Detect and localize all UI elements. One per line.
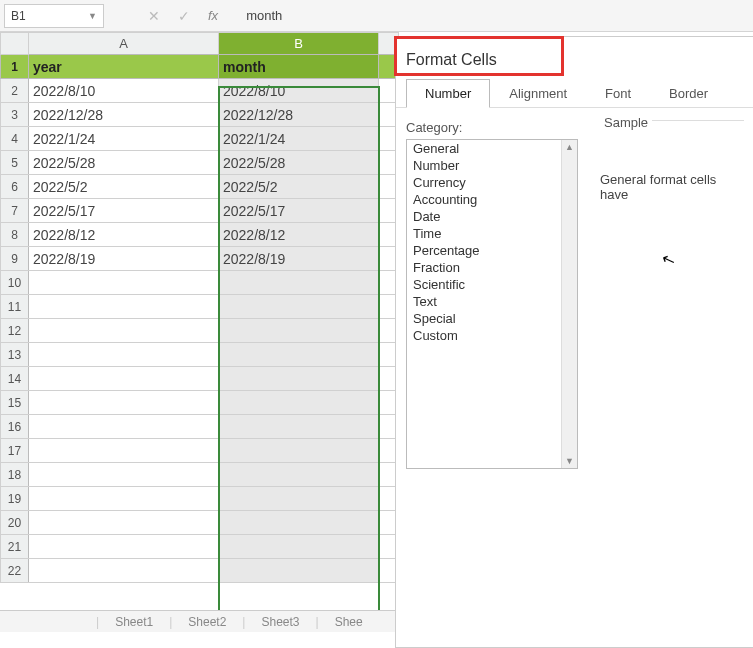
select-all-corner[interactable]: [1, 33, 29, 55]
category-item-special[interactable]: Special: [407, 310, 577, 327]
spreadsheet-grid[interactable]: A B 1yearmonth22022/8/102022/8/1032022/1…: [0, 32, 399, 583]
cell[interactable]: year: [29, 55, 219, 79]
cell[interactable]: [29, 559, 219, 583]
confirm-icon[interactable]: ✓: [178, 8, 190, 24]
cell[interactable]: [29, 535, 219, 559]
cell[interactable]: 2022/5/28: [29, 151, 219, 175]
cell[interactable]: [29, 343, 219, 367]
cell[interactable]: [219, 391, 379, 415]
cell[interactable]: [29, 463, 219, 487]
cell[interactable]: [29, 415, 219, 439]
cell[interactable]: [29, 487, 219, 511]
category-item-fraction[interactable]: Fraction: [407, 259, 577, 276]
row-header[interactable]: 13: [1, 343, 29, 367]
category-item-scientific[interactable]: Scientific: [407, 276, 577, 293]
sheet-tab[interactable]: Sheet2: [182, 613, 232, 631]
row-header[interactable]: 1: [1, 55, 29, 79]
category-item-percentage[interactable]: Percentage: [407, 242, 577, 259]
row-header[interactable]: 7: [1, 199, 29, 223]
fx-icon[interactable]: fx: [208, 8, 218, 23]
row-header[interactable]: 15: [1, 391, 29, 415]
cell[interactable]: 2022/5/17: [219, 199, 379, 223]
cell[interactable]: 2022/5/28: [219, 151, 379, 175]
formula-bar-input[interactable]: month: [246, 8, 282, 23]
cell[interactable]: 2022/1/24: [29, 127, 219, 151]
row-header[interactable]: 16: [1, 415, 29, 439]
row-header[interactable]: 18: [1, 463, 29, 487]
row-header[interactable]: 5: [1, 151, 29, 175]
cell[interactable]: [219, 415, 379, 439]
cell[interactable]: [219, 487, 379, 511]
row-header[interactable]: 4: [1, 127, 29, 151]
row-header[interactable]: 14: [1, 367, 29, 391]
cell[interactable]: 2022/8/10: [29, 79, 219, 103]
row-header[interactable]: 8: [1, 223, 29, 247]
cell[interactable]: 2022/8/19: [219, 247, 379, 271]
row-header[interactable]: 17: [1, 439, 29, 463]
col-header-b[interactable]: B: [219, 33, 379, 55]
row-header[interactable]: 19: [1, 487, 29, 511]
cell[interactable]: 2022/8/12: [219, 223, 379, 247]
category-item-custom[interactable]: Custom: [407, 327, 577, 344]
cell[interactable]: 2022/8/12: [29, 223, 219, 247]
row-header[interactable]: 10: [1, 271, 29, 295]
row-header[interactable]: 2: [1, 79, 29, 103]
category-item-date[interactable]: Date: [407, 208, 577, 225]
cell[interactable]: 2022/8/10: [219, 79, 379, 103]
category-item-time[interactable]: Time: [407, 225, 577, 242]
sheet-tab[interactable]: Sheet1: [109, 613, 159, 631]
cell[interactable]: 2022/5/17: [29, 199, 219, 223]
cell[interactable]: [29, 319, 219, 343]
col-header-a[interactable]: A: [29, 33, 219, 55]
cell[interactable]: 2022/12/28: [219, 103, 379, 127]
cell[interactable]: [219, 295, 379, 319]
cell[interactable]: [29, 271, 219, 295]
dialog-tab-alignment[interactable]: Alignment: [490, 79, 586, 107]
cell[interactable]: [219, 343, 379, 367]
cell[interactable]: [29, 439, 219, 463]
cell[interactable]: [29, 367, 219, 391]
cancel-icon[interactable]: ✕: [148, 8, 160, 24]
row-header[interactable]: 20: [1, 511, 29, 535]
cell[interactable]: [219, 439, 379, 463]
cell[interactable]: [29, 511, 219, 535]
category-listbox[interactable]: GeneralNumberCurrencyAccountingDateTimeP…: [406, 139, 578, 469]
cell[interactable]: [219, 319, 379, 343]
row-header[interactable]: 9: [1, 247, 29, 271]
row-header[interactable]: 21: [1, 535, 29, 559]
sheet-tab[interactable]: Shee: [329, 613, 369, 631]
category-item-number[interactable]: Number: [407, 157, 577, 174]
cell[interactable]: month: [219, 55, 379, 79]
cell[interactable]: 2022/5/2: [219, 175, 379, 199]
row-header[interactable]: 3: [1, 103, 29, 127]
row-header[interactable]: 6: [1, 175, 29, 199]
category-item-accounting[interactable]: Accounting: [407, 191, 577, 208]
cell[interactable]: [219, 271, 379, 295]
sheet-tab[interactable]: Sheet3: [255, 613, 305, 631]
dialog-tab-font[interactable]: Font: [586, 79, 650, 107]
chevron-down-icon: ▼: [88, 11, 97, 21]
category-item-currency[interactable]: Currency: [407, 174, 577, 191]
row-header[interactable]: 22: [1, 559, 29, 583]
row-header[interactable]: 12: [1, 319, 29, 343]
cell[interactable]: [219, 511, 379, 535]
cell[interactable]: [29, 295, 219, 319]
dialog-tab-border[interactable]: Border: [650, 79, 727, 107]
cell[interactable]: 2022/1/24: [219, 127, 379, 151]
listbox-scrollbar[interactable]: ▲ ▼: [561, 140, 577, 468]
scroll-down-icon[interactable]: ▼: [562, 454, 577, 468]
cell[interactable]: [219, 367, 379, 391]
cell[interactable]: 2022/12/28: [29, 103, 219, 127]
row-header[interactable]: 11: [1, 295, 29, 319]
cell[interactable]: [219, 559, 379, 583]
scroll-up-icon[interactable]: ▲: [562, 140, 577, 154]
cell[interactable]: [29, 391, 219, 415]
category-item-text[interactable]: Text: [407, 293, 577, 310]
cell[interactable]: [219, 535, 379, 559]
cell[interactable]: 2022/5/2: [29, 175, 219, 199]
cell[interactable]: 2022/8/19: [29, 247, 219, 271]
cell[interactable]: [219, 463, 379, 487]
dialog-tab-number[interactable]: Number: [406, 79, 490, 108]
name-box[interactable]: B1 ▼: [4, 4, 104, 28]
category-item-general[interactable]: General: [407, 140, 577, 157]
